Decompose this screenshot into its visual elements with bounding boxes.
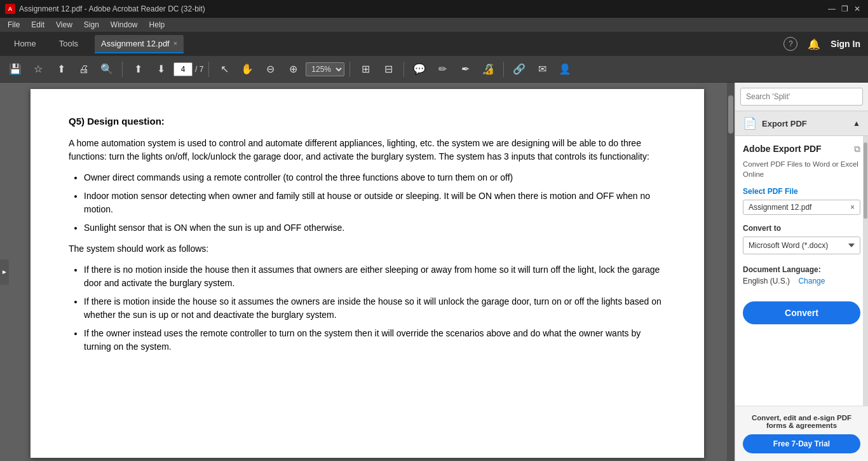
separator-1 [122,62,123,77]
main-area: ► Q5) Design question: A home automation… [0,83,868,461]
pdf-scrollbar[interactable] [727,83,735,461]
panel-description: Convert PDF Files to Word or Excel Onlin… [743,159,860,179]
pdf-heading: Q5) Design question: [69,114,666,129]
export-pdf-header[interactable]: 📄 Export PDF ▲ [735,111,868,136]
upload-button[interactable]: ⬆ [51,59,71,79]
maximize-button[interactable]: ❐ [839,3,850,15]
export-header-left: 📄 Export PDF [743,116,807,130]
pdf-content: Q5) Design question: A home automation s… [69,114,666,354]
nav-tab-file-label: Assignment 12.pdf [101,39,170,48]
pdf-bullet-2-0: If there is no motion inside the house t… [84,263,666,290]
file-chip: Assignment 12.pdf × [743,200,860,215]
menu-view[interactable]: View [51,19,78,31]
panel-scroll-thumb[interactable] [864,142,867,219]
minimize-button[interactable]: — [826,3,837,15]
pdf-page: Q5) Design question: A home automation s… [31,89,704,458]
pdf-bullet-1-2: Sunlight sensor that is ON when the sun … [84,221,666,235]
menu-edit[interactable]: Edit [26,19,50,31]
menu-window[interactable]: Window [105,19,143,31]
menu-help[interactable]: Help [144,19,170,31]
convert-to-label: Convert to [743,224,860,233]
export-pdf-icon: 📄 [743,116,757,130]
app-icon: A [5,4,15,14]
title-bar-text: Assignment 12.pdf - Adobe Acrobat Reader… [19,4,205,13]
doc-language-value: English (U.S.) [743,277,790,286]
panel-bottom: Convert, edit and e-sign PDF forms & agr… [735,406,868,461]
print-button[interactable]: 🖨 [74,59,94,79]
nav-right: ? 🔔 Sign In [783,37,860,51]
doc-language-label: Document Language: [743,265,821,274]
screenshot-tool[interactable]: ⊞ [355,59,376,79]
prev-page-button[interactable]: ⬆ [128,59,148,79]
hand-tool[interactable]: ✋ [237,59,257,79]
select-pdf-label: Select PDF File [743,187,860,196]
file-chip-close-button[interactable]: × [850,203,855,212]
pdf-follows-heading: The system should work as follows: [69,242,666,256]
close-button[interactable]: ✕ [851,3,863,15]
link-button[interactable]: 🔗 [509,59,529,79]
pdf-bullet-1-0: Owner direct commands using a remote con… [84,171,666,184]
save-button[interactable]: 💾 [5,59,25,79]
pdf-bullets-2: If there is no motion inside the house t… [84,263,666,354]
nav-tab-home[interactable]: Home [8,35,43,53]
separator-3 [349,62,350,77]
toolbar: 💾 ☆ ⬆ 🖨 🔍 ⬆ ⬇ / 7 ↖ ✋ ⊖ ⊕ 125% 100% 75% … [0,56,868,83]
pdf-bullet-2-1: If there is motion inside the house so i… [84,295,666,322]
bell-icon[interactable]: 🔔 [808,38,820,50]
export-chevron-icon[interactable]: ▲ [853,119,860,128]
menu-bar: File Edit View Sign Window Help [0,18,868,32]
pdf-intro: A home automation system is used to cont… [69,137,666,163]
adobe-export-title: Adobe Export PDF [743,144,822,154]
convert-to-select[interactable]: Microsoft Word (*.docx) Microsoft Excel … [743,237,860,254]
nav-bar: Home Tools Assignment 12.pdf × ? 🔔 Sign … [0,32,868,56]
tab-close-button[interactable]: × [173,39,177,47]
marquee-tool[interactable]: ⊟ [378,59,398,79]
menu-file[interactable]: File [3,19,25,31]
page-number-input[interactable] [173,62,193,76]
pdf-bullets-1: Owner direct commands using a remote con… [84,171,666,235]
side-collapse-button[interactable]: ► [0,259,9,285]
change-language-link[interactable]: Change [798,277,825,286]
trial-button[interactable]: Free 7-Day Trial [743,434,860,453]
panel-scrollbar[interactable] [863,136,868,406]
help-icon[interactable]: ? [783,37,797,51]
bookmark-button[interactable]: ☆ [28,59,48,79]
sign-button[interactable]: ✒ [455,59,475,79]
search-button[interactable]: 🔍 [97,59,117,79]
export-pdf-label: Export PDF [762,119,807,128]
pdf-scroll-thumb[interactable] [728,95,733,134]
page-total: / 7 [195,65,203,74]
pen-button[interactable]: ✏ [432,59,452,79]
nav-tab-file[interactable]: Assignment 12.pdf × [95,35,184,53]
title-bar: A Assignment 12.pdf - Adobe Acrobat Read… [0,0,868,18]
menu-sign[interactable]: Sign [79,19,104,31]
email-button[interactable]: ✉ [532,59,552,79]
zoom-select[interactable]: 125% 100% 75% 150% [306,62,344,76]
next-page-button[interactable]: ⬇ [151,59,171,79]
panel-body: Adobe Export PDF ⧉ Convert PDF Files to … [735,136,868,406]
pdf-area[interactable]: ► Q5) Design question: A home automation… [0,83,735,461]
separator-5 [503,62,504,77]
nav-tab-tools[interactable]: Tools [53,35,85,53]
panel-search [740,88,863,106]
separator-2 [208,62,209,77]
separator-4 [403,62,404,77]
panel-bottom-text: Convert, edit and e-sign PDF forms & agr… [743,414,860,429]
copy-icon[interactable]: ⧉ [854,144,860,155]
comment-button[interactable]: 💬 [409,59,430,79]
title-bar-left: A Assignment 12.pdf - Adobe Acrobat Read… [5,4,205,14]
pdf-bullet-1-1: Indoor motion sensor detecting when owne… [84,189,666,216]
sign-in-button[interactable]: Sign In [831,39,860,49]
page-nav: / 7 [173,62,203,76]
right-panel: 📄 Export PDF ▲ Adobe Export PDF ⧉ Conver… [735,83,868,461]
zoom-out-button[interactable]: ⊖ [260,59,280,79]
file-chip-name: Assignment 12.pdf [749,203,811,212]
pdf-bullet-2-2: If the owner instead uses the remote con… [84,327,666,354]
share-button[interactable]: 👤 [555,59,575,79]
convert-button[interactable]: Convert [743,301,860,324]
zoom-in-button[interactable]: ⊕ [283,59,303,79]
stamp-button[interactable]: 🔏 [478,59,498,79]
pointer-tool[interactable]: ↖ [214,59,234,79]
panel-search-input[interactable] [740,88,863,106]
title-bar-controls: — ❐ ✕ [826,3,863,15]
